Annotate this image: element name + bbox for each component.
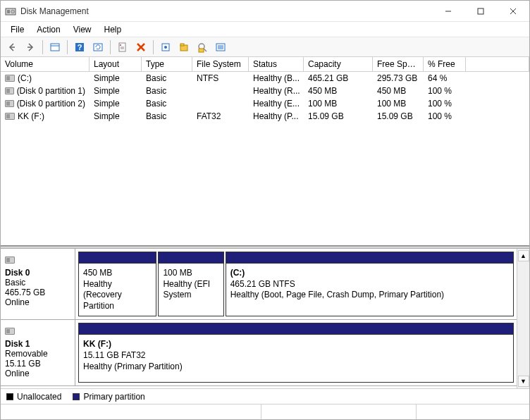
menu-file[interactable]: File [5, 23, 30, 36]
partition[interactable]: (C:)465.21 GB NTFSHealthy (Boot, Page Fi… [226, 252, 514, 316]
legend-primary-partition: Primary partition [73, 392, 144, 402]
toolbar-separator [110, 40, 111, 54]
volume-type: Basic [142, 73, 192, 84]
col-spacer [466, 57, 529, 71]
partition[interactable]: 450 MBHealthy (Recovery Partition [78, 252, 156, 316]
disk-status: Online [5, 369, 70, 378]
volume-pct-free: 100 % [424, 111, 466, 122]
show-hide-console-button[interactable] [47, 39, 63, 56]
find-button[interactable] [194, 39, 211, 56]
col-pct-free[interactable]: % Free [424, 57, 466, 71]
toolbar-separator [153, 40, 154, 54]
volume-name: (Disk 0 partition 1) [1, 85, 90, 97]
disk-row: Disk 0Basic465.75 GBOnline450 MBHealthy … [1, 249, 517, 320]
col-filesystem[interactable]: File System [192, 57, 249, 71]
disk-type: Basic [5, 278, 70, 288]
volume-type: Basic [142, 98, 192, 109]
menubar: File Action View Help [1, 22, 529, 37]
toolbar: ? [1, 37, 529, 57]
scroll-down-button[interactable]: ▼ [518, 376, 529, 387]
svg-point-2 [11, 10, 15, 13]
legend-label: Unallocated [17, 392, 61, 402]
disk-map: Disk 0Basic465.75 GBOnline450 MBHealthy … [1, 249, 529, 388]
volume-type: Basic [142, 111, 192, 122]
partition[interactable]: 100 MBHealthy (EFI System [158, 252, 223, 316]
volume-free: 295.73 GB [373, 73, 424, 84]
partition-desc: Healthy (Recovery Partition [83, 279, 152, 312]
col-volume[interactable]: Volume [1, 57, 90, 71]
partition-body: (C:)465.21 GB NTFSHealthy (Boot, Page Fi… [226, 264, 513, 316]
partition-desc: Healthy (Boot, Page File, Crash Dump, Pr… [230, 290, 509, 301]
forward-button[interactable] [22, 39, 39, 56]
scroll-up-button[interactable]: ▲ [518, 250, 529, 261]
partitions: 450 MBHealthy (Recovery Partition100 MBH… [75, 249, 517, 319]
disk-info[interactable]: Disk 1Removable15.11 GBOnline [1, 320, 75, 385]
legend-unallocated: Unallocated [6, 392, 61, 402]
disk-map-scrollbar[interactable]: ▲ ▼ [517, 249, 529, 388]
menu-view[interactable]: View [68, 23, 97, 36]
volume-layout: Simple [90, 98, 142, 109]
partition-color-bar [79, 323, 513, 335]
volume-type: Basic [142, 85, 192, 97]
close-button[interactable] [497, 1, 529, 22]
volume-capacity: 15.09 GB [304, 111, 373, 122]
svg-line-25 [204, 49, 207, 51]
menu-action[interactable]: Action [31, 23, 66, 36]
svg-rect-26 [199, 49, 204, 52]
volume-list-header: Volume Layout Type File System Status Ca… [1, 57, 529, 72]
disk-info[interactable]: Disk 0Basic465.75 GBOnline [1, 249, 75, 319]
delete-button[interactable] [132, 39, 149, 56]
col-type[interactable]: Type [142, 57, 192, 71]
legend-swatch-primary [73, 393, 80, 400]
details-button[interactable] [212, 39, 229, 56]
svg-point-21 [164, 46, 167, 49]
volume-capacity: 100 MB [304, 98, 373, 109]
volume-icon [5, 113, 15, 120]
svg-rect-4 [478, 8, 483, 14]
settings-button[interactable] [157, 39, 174, 56]
svg-rect-9 [51, 44, 59, 51]
help-button[interactable]: ? [71, 39, 88, 56]
col-layout[interactable]: Layout [90, 57, 142, 71]
menu-help[interactable]: Help [99, 23, 128, 36]
partition[interactable]: KK (F:)15.11 GB FAT32Healthy (Primary Pa… [78, 323, 514, 383]
volume-row[interactable]: (Disk 0 partition 1)SimpleBasicHealthy (… [1, 85, 529, 97]
volume-list[interactable]: Volume Layout Type File System Status Ca… [1, 57, 529, 246]
partition-body: 100 MBHealthy (EFI System [159, 264, 223, 316]
col-capacity[interactable]: Capacity [304, 57, 373, 71]
disk-name: Disk 1 [5, 339, 70, 349]
volume-row[interactable]: (Disk 0 partition 2)SimpleBasicHealthy (… [1, 97, 529, 110]
legend: Unallocated Primary partition [1, 388, 529, 404]
volume-filesystem [192, 103, 249, 104]
volume-filesystem: NTFS [192, 73, 249, 84]
volume-filesystem [192, 90, 249, 92]
partition-body: 450 MBHealthy (Recovery Partition [79, 264, 156, 316]
disk-icon [5, 327, 70, 337]
legend-label: Primary partition [83, 392, 144, 402]
disk-management-window: Disk Management File Action View Help ? [0, 0, 530, 420]
properties-button[interactable] [114, 39, 131, 56]
statusbar [1, 404, 529, 419]
disk-size: 15.11 GB [5, 359, 70, 369]
volume-free: 450 MB [373, 85, 424, 97]
col-status[interactable]: Status [249, 57, 304, 71]
volume-layout: Simple [90, 111, 142, 122]
volume-pct-free: 100 % [424, 85, 466, 97]
refresh-button[interactable] [90, 39, 106, 56]
app-icon [5, 6, 16, 17]
window-title: Disk Management [20, 6, 432, 16]
volume-icon [5, 100, 14, 107]
svg-rect-1 [7, 10, 10, 13]
volume-row[interactable]: (C:)SimpleBasicNTFSHealthy (B...465.21 G… [1, 72, 529, 85]
volume-icon [5, 87, 14, 94]
back-button[interactable] [4, 39, 20, 56]
disk-icon [5, 256, 70, 266]
titlebar: Disk Management [1, 1, 529, 22]
volume-status: Healthy (R... [249, 85, 304, 97]
volume-row[interactable]: KK (F:)SimpleBasicFAT32Healthy (P...15.0… [1, 110, 529, 123]
col-free-space[interactable]: Free Spa... [373, 57, 424, 71]
maximize-button[interactable] [464, 1, 497, 22]
minimize-button[interactable] [432, 1, 464, 22]
new-volume-button[interactable] [175, 39, 192, 56]
volume-name: KK (F:) [1, 111, 90, 122]
